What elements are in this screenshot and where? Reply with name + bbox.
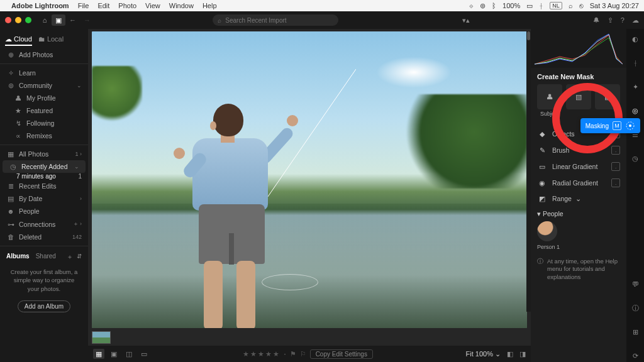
help-icon[interactable]: ?: [621, 16, 625, 25]
window-controls[interactable]: [5, 17, 31, 23]
flag-pick-icon[interactable]: ⚑: [290, 350, 296, 358]
help-hint: ⓘAt any time, open the Help menu for tut…: [531, 253, 626, 286]
filter-icon[interactable]: ▾▴: [462, 16, 475, 25]
control-center-icon[interactable]: ⎋: [579, 2, 584, 9]
sidebar-deleted[interactable]: 🗑︎Deleted142: [0, 231, 88, 243]
sidebar-all-photos[interactable]: ▦All Photos1 ›: [0, 148, 88, 160]
add-album-icon[interactable]: ＋: [67, 253, 73, 261]
copy-edit-settings-button[interactable]: Copy Edit Settings: [310, 349, 373, 359]
sidebar-following[interactable]: ↯Following: [0, 117, 88, 129]
add-album-button[interactable]: Add an Album: [18, 300, 70, 312]
wifi-icon[interactable]: ⟊: [539, 2, 543, 9]
airdrop-icon[interactable]: ⊚: [480, 2, 486, 10]
sidebar-featured[interactable]: ★Featured: [0, 104, 88, 117]
forward-button[interactable]: →: [84, 16, 91, 24]
person-1[interactable]: Person 1: [531, 219, 626, 253]
menu-file[interactable]: File: [78, 2, 89, 9]
sort-icon[interactable]: ⇵: [77, 253, 82, 261]
masking-tooltip: Masking M: [580, 118, 640, 133]
create-mask-title: Create New Mask: [531, 68, 626, 84]
bluetooth-icon[interactable]: ᛒ: [492, 2, 496, 9]
fullscreen-window-icon[interactable]: [25, 17, 31, 23]
clock[interactable]: Sat 3 Aug 20:27: [590, 2, 639, 9]
menu-view[interactable]: View: [145, 2, 160, 9]
sidebar-recent-subitem[interactable]: 7 minutes ago1: [0, 173, 88, 180]
versions-tool-icon[interactable]: ◷: [629, 152, 641, 165]
tab-cloud[interactable]: ☁ Cloud: [5, 35, 32, 46]
mask-background-tile[interactable]: ▦: [595, 84, 620, 109]
crop-tool-icon[interactable]: ⟊: [629, 57, 641, 69]
tooltip-key: M: [613, 121, 621, 130]
search-icon[interactable]: ⌕: [569, 2, 573, 9]
share-icon[interactable]: ⇪: [608, 16, 613, 25]
histogram[interactable]: [531, 29, 626, 68]
cloud-sync-icon[interactable]: ☁: [632, 16, 639, 25]
chevron-right-icon: ›: [80, 195, 82, 202]
chevron-down-icon: ⌄: [74, 163, 79, 170]
view-square-icon[interactable]: ▣: [108, 349, 119, 359]
healing-tool-icon[interactable]: ✦: [629, 80, 641, 93]
photo-preview[interactable]: [92, 31, 527, 328]
activity-icon[interactable]: ⟳: [629, 349, 641, 362]
chevron-down-icon: ⌄: [495, 350, 501, 358]
mask-sky-tile[interactable]: ▧: [566, 84, 591, 109]
masking-tool-icon[interactable]: ◎: [629, 104, 641, 117]
dropbox-icon[interactable]: ⟐: [469, 2, 474, 9]
menu-edit[interactable]: Edit: [97, 2, 109, 9]
shared-tab[interactable]: Shared: [36, 253, 56, 261]
view-detail-icon[interactable]: ▭: [138, 349, 150, 359]
person-icon: 👤︎: [14, 94, 23, 102]
sidebar-remixes[interactable]: ∝Remixes: [0, 129, 88, 142]
menu-photo[interactable]: Photo: [118, 2, 136, 9]
tab-local[interactable]: 🖿 Local: [38, 35, 64, 46]
info-panel-icon[interactable]: ⓘ: [629, 302, 641, 314]
trash-icon: 🗑︎: [6, 233, 15, 241]
album-hint-text: Create your first album, a simple way to…: [0, 263, 88, 298]
bell-icon[interactable]: 🔔︎: [593, 16, 600, 25]
mask-radial-gradient[interactable]: ◉Radial Gradient.: [531, 175, 626, 191]
home-icon[interactable]: ⌂: [38, 14, 52, 26]
sidebar-recently-added[interactable]: ◷Recently Added⌄: [3, 160, 86, 173]
radial-gradient-icon: ◉: [537, 179, 547, 187]
mask-subject-tile[interactable]: 👤︎: [537, 84, 562, 109]
comment-icon[interactable]: 💬︎: [629, 278, 641, 290]
edit-tool-icon[interactable]: ◐: [629, 33, 641, 45]
plus-icon: ⊕: [6, 51, 15, 58]
sidebar-by-date[interactable]: ▤By Date›: [0, 192, 88, 205]
mask-brush[interactable]: ✎Brush.: [531, 142, 626, 158]
menu-window[interactable]: Window: [169, 2, 194, 9]
zoom-value[interactable]: 100%: [475, 350, 493, 358]
menu-help[interactable]: Help: [203, 2, 217, 9]
avatar: [537, 221, 557, 241]
add-photos-button[interactable]: ⊕Add Photos: [0, 48, 88, 61]
sidebar-my-profile[interactable]: 👤︎My Profile: [0, 92, 88, 104]
sidebar-recent-edits[interactable]: ≣Recent Edits: [0, 180, 88, 192]
back-button[interactable]: ←: [69, 16, 76, 24]
albums-tab[interactable]: Albums: [6, 253, 30, 261]
sidebar-learn[interactable]: ✧Learn: [0, 67, 88, 79]
panel-right-icon[interactable]: ◨: [519, 350, 526, 358]
flag-reject-icon[interactable]: ⚐: [300, 350, 306, 358]
rating-stars[interactable]: ★★★★★: [243, 350, 280, 358]
mask-linear-gradient[interactable]: ▭Linear Gradient.: [531, 158, 626, 175]
app-name[interactable]: Adobe Lightroom: [11, 2, 69, 9]
search-input[interactable]: ⌕ Search Recent Import: [213, 14, 338, 26]
people-section[interactable]: ▾ People: [531, 206, 626, 219]
view-compare-icon[interactable]: ◫: [123, 349, 135, 359]
view-grid-icon[interactable]: ▦: [93, 349, 104, 359]
keywords-icon[interactable]: ⊞: [629, 326, 641, 338]
sidebar-connections[interactable]: ⊶Connections＋ ›: [0, 217, 88, 231]
minimize-window-icon[interactable]: [15, 17, 21, 23]
zoom-fit-label[interactable]: Fit: [465, 350, 473, 358]
sidebar-people[interactable]: ☻People: [0, 205, 88, 217]
battery-icon[interactable]: ▭: [526, 2, 533, 10]
input-lang[interactable]: NL: [550, 2, 562, 9]
scrollbar-vertical[interactable]: [526, 31, 531, 312]
close-window-icon[interactable]: [5, 17, 11, 23]
mask-range[interactable]: ◩Range⌄: [531, 191, 626, 206]
remix-icon: ∝: [14, 132, 23, 140]
sidebar-community[interactable]: ⊚Community⌄: [0, 79, 88, 92]
panel-left-icon[interactable]: ◧: [507, 350, 513, 358]
library-icon[interactable]: ▣: [52, 14, 65, 26]
filmstrip-thumbnail[interactable]: [92, 331, 111, 344]
